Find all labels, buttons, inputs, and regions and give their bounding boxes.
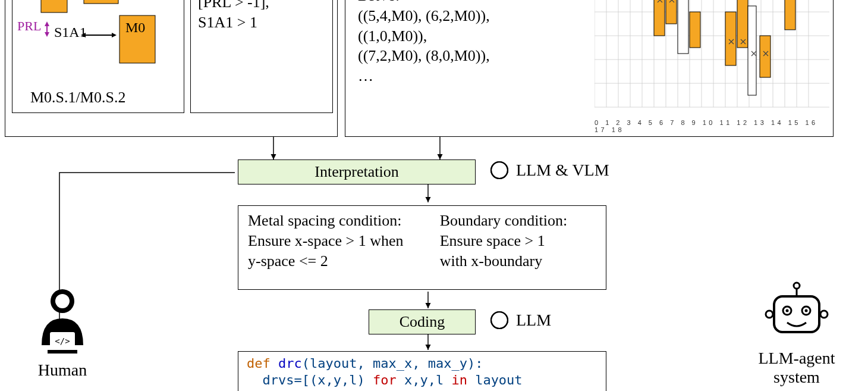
svg-rect-39 — [678, 0, 688, 54]
svg-text:</>: </> — [55, 336, 70, 346]
svg-marker-10 — [112, 33, 117, 37]
human-block: </> Human — [18, 286, 107, 380]
cond-left-l1: Ensure x-space > 1 when — [248, 231, 422, 251]
agent-sys-label-b: system — [743, 368, 850, 387]
drv-l1: ((5,4,M0), (6,2,M0)), — [358, 6, 587, 26]
cond-right: Boundary condition: Ensure space > 1 wit… — [440, 211, 596, 284]
svg-point-79 — [786, 309, 789, 312]
agent-sys-block: LLM-agent system — [743, 280, 850, 387]
cond-left-title: Metal spacing condition: — [248, 211, 422, 231]
svg-rect-45 — [785, 0, 795, 30]
code-line-2: drvs=[(x,y,l) for x,y,l in layout — [247, 372, 597, 389]
svg-rect-41 — [725, 12, 736, 65]
svg-point-81 — [766, 311, 773, 318]
cond-left: Metal spacing condition: Ensure x-space … — [248, 211, 422, 284]
svg-rect-38 — [666, 0, 677, 24]
drv-l3: ((7,2,M0), (8,0,M0)), — [358, 46, 587, 66]
conditions-box: Metal spacing condition: Ensure x-space … — [238, 205, 606, 290]
cond-left-l2: y-space <= 2 — [248, 251, 422, 271]
code-box: def drc(layout, max_x, max_y): drvs=[(x,… — [238, 351, 606, 391]
svg-point-74 — [794, 283, 800, 289]
svg-rect-42 — [737, 0, 748, 48]
cond-right-l2: with x-boundary — [440, 251, 596, 271]
interpretation-label: Interpretation — [315, 163, 399, 180]
drv-box: DRVs: ((5,4,M0), (6,2,M0)), ((1,0,M0)), … — [352, 0, 593, 131]
svg-rect-0 — [41, 0, 67, 12]
robot-icon — [761, 280, 832, 345]
layout-chart: 1 2 3 4 — [595, 0, 829, 131]
interp-agent-label: LLM & VLM — [516, 161, 609, 180]
svg-rect-72 — [48, 350, 77, 354]
coding-label: Coding — [400, 313, 445, 330]
agent-sys-label-a: LLM-agent — [743, 349, 850, 368]
human-label: Human — [18, 361, 107, 380]
svg-point-70 — [55, 294, 70, 308]
coding-agent-label: LLM — [516, 311, 551, 330]
svg-marker-7 — [45, 32, 49, 37]
human-icon: </> — [30, 286, 95, 357]
interp-agent-row: LLM & VLM — [488, 158, 609, 182]
layout-sketch-box: PRL S1A1 M0 M0.S.1/M0.S.2 — [12, 0, 184, 113]
svg-rect-1 — [84, 0, 118, 4]
svg-marker-6 — [45, 21, 49, 26]
cond-right-title: Boundary condition: — [440, 211, 596, 231]
svg-rect-37 — [654, 0, 665, 36]
openai-icon — [488, 158, 511, 182]
svg-rect-40 — [690, 12, 700, 48]
svg-point-82 — [820, 311, 828, 318]
m0-label: M0 — [125, 20, 145, 36]
prl-label: PRL — [17, 18, 41, 34]
rule-line1: [PRL > -1], — [198, 0, 325, 12]
drv-l2: ((1,0,M0)), — [358, 26, 587, 46]
rule-line2: S1A1 > 1 — [198, 12, 325, 33]
code-line-1: def drc(layout, max_x, max_y): — [247, 355, 597, 372]
cond-right-l1: Ensure space > 1 — [440, 231, 596, 251]
s1a1-label: S1A1 — [54, 24, 87, 40]
chart-x-axis: 0 1 2 3 4 5 6 7 8 9 10 11 12 13 14 15 16… — [595, 119, 829, 133]
svg-rect-44 — [760, 36, 770, 77]
drv-l4: … — [358, 66, 587, 86]
openai-icon — [488, 308, 511, 332]
coding-agent-row: LLM — [488, 308, 551, 332]
coding-label-box: Coding — [369, 309, 476, 334]
svg-point-80 — [805, 309, 808, 312]
layout-sketch-caption: M0.S.1/M0.S.2 — [30, 89, 125, 107]
svg-rect-43 — [748, 6, 756, 95]
rule-box: [PRL > -1], S1A1 > 1 — [190, 0, 333, 113]
interpretation-label-box: Interpretation — [238, 159, 476, 184]
drv-heading: DRVs: — [358, 0, 587, 6]
